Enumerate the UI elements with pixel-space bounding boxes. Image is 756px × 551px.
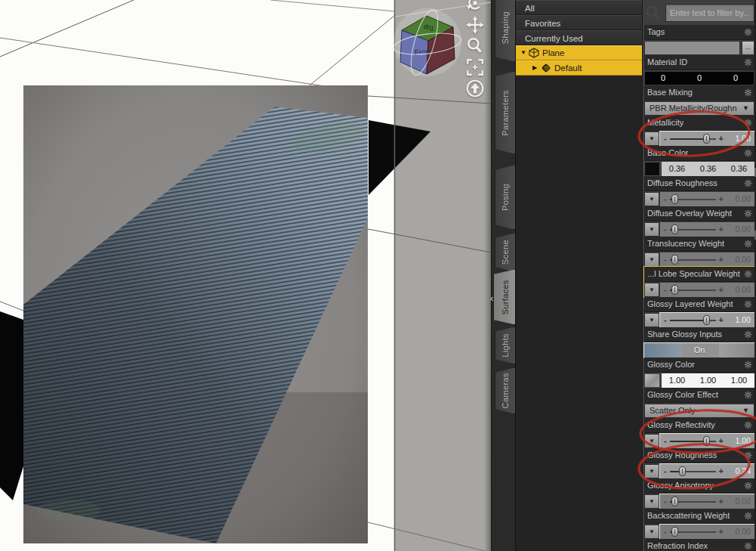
slider-track[interactable] bbox=[670, 255, 716, 265]
tab-parameters[interactable]: Parameters bbox=[495, 71, 516, 154]
slider-track[interactable] bbox=[670, 315, 716, 325]
color-values[interactable]: 1.001.001.00 bbox=[662, 373, 754, 388]
orbit-icon[interactable] bbox=[464, 0, 486, 14]
slider-glossy-anisotropy[interactable]: -+0.00 bbox=[660, 494, 754, 509]
slider-handle[interactable] bbox=[703, 436, 710, 446]
slider-value[interactable]: 0.00 bbox=[724, 222, 754, 237]
slider-handle[interactable] bbox=[703, 315, 710, 325]
slider-track[interactable] bbox=[670, 134, 716, 144]
gear-icon[interactable] bbox=[744, 149, 752, 157]
slider-options-button[interactable]: ▼ bbox=[644, 313, 659, 327]
slider-track[interactable] bbox=[670, 466, 716, 476]
slider-handle[interactable] bbox=[671, 194, 678, 204]
view-cube[interactable]: Top Front bbox=[393, 3, 465, 82]
slider-diffuse-overlay-weight[interactable]: -+0.00 bbox=[660, 222, 754, 237]
frame-icon[interactable] bbox=[464, 57, 486, 77]
tab-scene[interactable]: Scene bbox=[495, 233, 516, 272]
slider-value[interactable]: 1.00 bbox=[724, 132, 754, 146]
gear-icon[interactable] bbox=[744, 512, 752, 520]
slider-glossy-layered-weight[interactable]: -+1.00 bbox=[660, 313, 754, 327]
slider-decrement[interactable]: - bbox=[664, 132, 667, 146]
tree-item-plane[interactable]: ▼ Plane bbox=[516, 45, 643, 60]
value-field[interactable]: 0 bbox=[681, 72, 717, 85]
slider-options-button[interactable]: ▼ bbox=[644, 464, 659, 478]
pan-icon[interactable] bbox=[464, 15, 486, 35]
slider-l-lobe-specular-weight[interactable]: -+0.00 bbox=[660, 283, 754, 297]
gear-icon[interactable] bbox=[744, 58, 752, 67]
tab-shaping[interactable]: Shaping bbox=[495, 0, 516, 62]
filter-input[interactable]: Enter text to filter by... bbox=[665, 4, 754, 22]
color-component-value[interactable]: 1.00 bbox=[693, 373, 724, 388]
view-cube-front-label[interactable]: Front bbox=[414, 47, 432, 57]
slider-glossy-reflectivity[interactable]: -+1.00 bbox=[660, 434, 754, 448]
slider-value[interactable]: 0.24 bbox=[724, 464, 754, 478]
slider-value[interactable]: 1.00 bbox=[724, 434, 754, 448]
slider-track[interactable] bbox=[670, 497, 716, 506]
slider-backscattering-weight[interactable]: -+0.00 bbox=[660, 525, 754, 539]
gear-icon[interactable] bbox=[744, 270, 752, 278]
slider-track[interactable] bbox=[670, 194, 716, 204]
gear-icon[interactable] bbox=[744, 451, 752, 460]
slider-value[interactable]: 1.00 bbox=[724, 313, 754, 327]
slider-decrement[interactable]: - bbox=[664, 313, 667, 327]
browse-button[interactable]: ... bbox=[742, 41, 754, 55]
gear-icon[interactable] bbox=[744, 421, 752, 429]
gear-icon[interactable] bbox=[744, 481, 752, 490]
color-component-value[interactable]: 1.00 bbox=[724, 373, 754, 388]
gear-icon[interactable] bbox=[744, 179, 752, 187]
slider-handle[interactable] bbox=[671, 497, 678, 506]
slider-handle[interactable] bbox=[671, 527, 678, 537]
slider-glossy-roughness[interactable]: -+0.24 bbox=[660, 464, 754, 478]
value-fields-material-id[interactable]: 000 bbox=[644, 71, 754, 85]
color-component-value[interactable]: 1.00 bbox=[662, 373, 693, 388]
value-field[interactable]: 0 bbox=[717, 72, 754, 85]
gear-icon[interactable] bbox=[744, 542, 752, 550]
color-component-value[interactable]: 0.36 bbox=[693, 162, 724, 176]
slider-options-button[interactable]: ▼ bbox=[644, 434, 659, 448]
gear-icon[interactable] bbox=[744, 88, 752, 97]
tab-lights[interactable]: Lights bbox=[495, 327, 516, 364]
slider-decrement[interactable]: - bbox=[664, 464, 667, 478]
slider-handle[interactable] bbox=[671, 224, 678, 234]
tab-cameras[interactable]: Cameras bbox=[495, 367, 516, 414]
slider-decrement[interactable]: - bbox=[664, 434, 667, 448]
gear-icon[interactable] bbox=[744, 209, 752, 218]
color-values[interactable]: 0.360.360.36 bbox=[662, 162, 754, 176]
slider-handle[interactable] bbox=[679, 466, 686, 476]
slider-metallicity[interactable]: -+1.00 bbox=[660, 132, 754, 146]
slider-options-button[interactable]: ▼ bbox=[644, 132, 659, 146]
slider-decrement[interactable]: - bbox=[664, 222, 667, 237]
slider-handle[interactable] bbox=[671, 285, 678, 295]
color-swatch[interactable] bbox=[644, 162, 660, 176]
slider-decrement[interactable]: - bbox=[664, 283, 667, 297]
gear-icon[interactable] bbox=[744, 119, 752, 127]
slider-decrement[interactable]: - bbox=[664, 252, 667, 267]
gear-icon[interactable] bbox=[744, 361, 752, 369]
slider-track[interactable] bbox=[670, 436, 716, 446]
tags-input[interactable] bbox=[644, 41, 740, 55]
color-component-value[interactable]: 0.36 bbox=[662, 162, 693, 176]
slider-options-button[interactable]: ▼ bbox=[644, 222, 659, 237]
toggle-share-glossy-inputs[interactable]: On bbox=[644, 343, 754, 358]
color-swatch[interactable] bbox=[644, 373, 660, 388]
viewport-3d[interactable]: Top Front bbox=[0, 0, 491, 551]
gear-icon[interactable] bbox=[744, 391, 752, 399]
slider-diffuse-roughness[interactable]: -+0.00 bbox=[660, 192, 754, 206]
slider-value[interactable]: 0.00 bbox=[724, 252, 754, 267]
color-component-value[interactable]: 0.36 bbox=[724, 162, 754, 176]
list-item-currently-used[interactable]: Currently Used bbox=[516, 30, 643, 45]
expander-icon[interactable]: ▶ bbox=[532, 60, 541, 76]
slider-options-button[interactable]: ▼ bbox=[644, 283, 659, 297]
list-item-favorites[interactable]: Favorites bbox=[516, 15, 643, 30]
tree-item-default[interactable]: ▶ Default bbox=[516, 60, 643, 76]
list-item-all[interactable]: All bbox=[516, 0, 643, 15]
dropdown-glossy-color-effect[interactable]: Scatter Only▼ bbox=[644, 404, 754, 418]
slider-handle[interactable] bbox=[703, 134, 710, 144]
slider-value[interactable]: 0.00 bbox=[724, 525, 754, 539]
slider-translucency-weight[interactable]: -+0.00 bbox=[660, 252, 754, 267]
slider-track[interactable] bbox=[670, 285, 716, 295]
gear-icon[interactable] bbox=[744, 330, 752, 339]
slider-decrement[interactable]: - bbox=[664, 494, 667, 509]
expander-icon[interactable]: ▼ bbox=[520, 45, 529, 60]
gear-icon[interactable] bbox=[744, 300, 752, 308]
